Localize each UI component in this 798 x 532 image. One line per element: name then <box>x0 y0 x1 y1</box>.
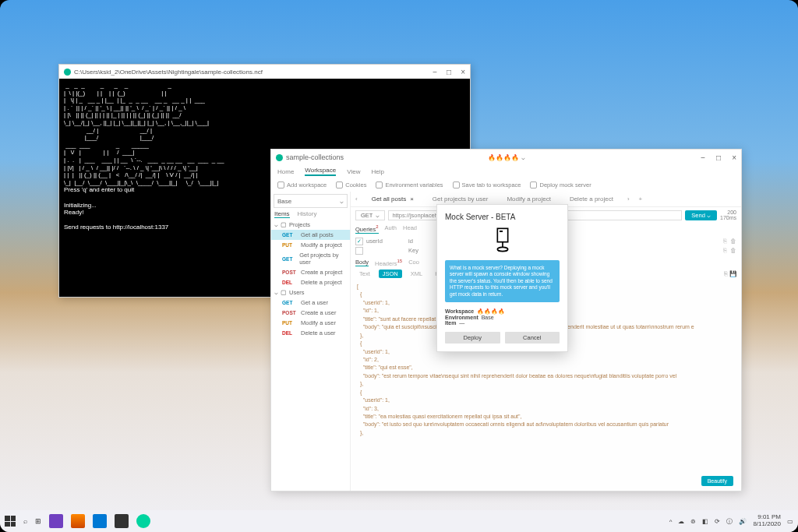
tree-item[interactable]: DELDelete a project <box>271 277 350 287</box>
tray-wifi-icon[interactable]: ⓘ <box>726 517 733 526</box>
method-selector[interactable]: GET⌵ <box>355 210 385 220</box>
request-tree: ⌵▢Projects GETGet all posts PUTModify a … <box>271 218 350 340</box>
deploy-button[interactable]: Deploy <box>445 332 500 344</box>
tab-delete-project[interactable]: Delete a project <box>560 192 623 206</box>
tree-item[interactable]: GETGet all posts <box>271 230 350 240</box>
task-view-icon[interactable]: ⊞ <box>35 517 41 525</box>
save-tab-button[interactable]: Save tab to workspace <box>453 181 521 188</box>
taskbar-app-icon[interactable] <box>93 514 107 528</box>
menu-help[interactable]: Help <box>371 168 383 175</box>
tray-icon[interactable]: ◧ <box>702 518 708 525</box>
minimize-icon[interactable]: − <box>701 153 705 162</box>
globe-icon <box>376 181 383 188</box>
tray-expand-icon[interactable]: ^ <box>669 518 673 525</box>
chevron-down-icon: ⌵ <box>376 212 380 219</box>
chevron-down-icon: ⌵ <box>274 221 278 228</box>
copy-icon[interactable]: ⎘ <box>724 270 728 277</box>
tab-get-all-posts[interactable]: Get all posts× <box>362 192 423 206</box>
system-tray: ^ ☁ ⊚ ◧ ⟳ ⓘ 🔊 9:01 PM 8/11/2020 ▭ <box>669 514 793 528</box>
tree-item[interactable]: POSTCreate a project <box>271 267 350 277</box>
checkbox-icon[interactable] <box>355 247 363 255</box>
taskbar: ⌕ ⊞ ^ ☁ ⊚ ◧ ⟳ ⓘ 🔊 9:01 PM 8/11/2020 ▭ <box>0 510 798 532</box>
cancel-button[interactable]: Cancel <box>505 332 560 344</box>
save-icon[interactable]: 💾 <box>729 270 736 277</box>
tree-folder-projects[interactable]: ⌵▢Projects <box>271 220 350 230</box>
menu-workspace[interactable]: Workspace <box>305 167 336 176</box>
auth-tab[interactable]: Auth <box>385 224 397 234</box>
folder-icon: ▢ <box>281 289 287 296</box>
tree-item[interactable]: DELDelete a user <box>271 328 350 338</box>
tray-volume-icon[interactable]: 🔊 <box>739 518 747 525</box>
chevron-down-icon: ⌵ <box>521 154 525 161</box>
tray-icon[interactable]: ⊚ <box>690 518 696 525</box>
close-icon[interactable]: × <box>732 153 736 162</box>
beautify-button[interactable]: Beautify <box>701 476 733 486</box>
search-icon[interactable]: ⌕ <box>23 517 27 525</box>
sidebar: Base⌵ Items History ⌵▢Projects GETGet al… <box>271 192 351 491</box>
taskbar-app-icon[interactable] <box>136 514 150 528</box>
notifications-icon[interactable]: ▭ <box>787 518 793 525</box>
copy-icon[interactable]: ⎘ <box>723 247 727 254</box>
app-titlebar[interactable]: sample-collections 🔥🔥🔥🔥⌵ − □ × <box>271 150 741 165</box>
close-icon[interactable]: × <box>461 68 465 76</box>
headers-tab[interactable]: Head <box>403 224 417 234</box>
queries-tab[interactable]: Queries2 <box>355 224 379 234</box>
server-icon <box>530 181 537 188</box>
start-button[interactable] <box>5 516 16 527</box>
cookie-icon <box>336 181 343 188</box>
taskbar-app-icon[interactable] <box>115 514 129 528</box>
response-headers-tab[interactable]: Headers15 <box>375 259 402 267</box>
env-selector[interactable]: Base⌵ <box>274 194 348 208</box>
svg-point-3 <box>497 247 507 251</box>
format-text[interactable]: Text <box>355 270 374 278</box>
env-vars-button[interactable]: Environment variables <box>376 181 443 188</box>
workspace-badge[interactable]: 🔥🔥🔥🔥⌵ <box>488 154 525 161</box>
taskbar-app-icon[interactable] <box>71 514 85 528</box>
minimize-icon[interactable]: − <box>433 68 437 76</box>
tray-sync-icon[interactable]: ⟳ <box>715 518 720 525</box>
clock[interactable]: 9:01 PM 8/11/2020 <box>753 514 781 528</box>
send-button[interactable]: Send ⌵ <box>685 210 717 220</box>
app-title-text: sample-collections <box>286 153 344 161</box>
save-icon <box>453 181 460 188</box>
format-json[interactable]: JSON <box>379 270 402 278</box>
add-workspace-button[interactable]: Add workspace <box>277 181 327 188</box>
terminal-app-icon <box>64 69 71 76</box>
dialog-info: What is a mock server? Deploying a mock … <box>445 260 560 302</box>
tree-item[interactable]: GETGet projects by user <box>271 250 350 267</box>
chevron-down-icon: ⌵ <box>340 198 344 205</box>
mock-server-dialog: Mock Server - BETA What is a mock server… <box>436 204 568 352</box>
copy-icon[interactable]: ⎘ <box>723 238 727 245</box>
tree-item[interactable]: POSTCreate a user <box>271 308 350 318</box>
dialog-metadata: Workspace 🔥🔥🔥🔥 Environment Base Item — <box>445 308 560 326</box>
delete-icon[interactable]: 🗑 <box>730 247 736 254</box>
sidebar-tab-items[interactable]: Items <box>274 210 290 218</box>
cookies-tab[interactable]: Coo <box>408 259 419 267</box>
menubar: Home Workspace View Help <box>271 165 741 178</box>
sidebar-tab-history[interactable]: History <box>298 210 317 218</box>
format-xml[interactable]: XML <box>407 270 426 278</box>
chevron-down-icon: ⌵ <box>274 289 278 296</box>
menu-view[interactable]: View <box>347 168 360 175</box>
delete-icon[interactable]: 🗑 <box>730 238 736 245</box>
deploy-mock-button[interactable]: Deploy mock server <box>530 181 591 188</box>
tree-item[interactable]: PUTModify a user <box>271 318 350 328</box>
taskbar-app-icon[interactable] <box>49 514 63 528</box>
maximize-icon[interactable]: □ <box>716 153 721 162</box>
close-icon[interactable]: × <box>410 196 414 203</box>
menu-home[interactable]: Home <box>277 168 294 175</box>
tree-item[interactable]: PUTModify a project <box>271 240 350 250</box>
desktop: C:\Users\ksid_2\OneDrive\Assets\Nighting… <box>0 0 798 532</box>
tab-add-icon[interactable]: + <box>634 196 648 203</box>
checkbox-icon[interactable]: ✓ <box>355 238 363 245</box>
body-tab[interactable]: Body <box>355 259 369 267</box>
terminal-titlebar[interactable]: C:\Users\ksid_2\OneDrive\Assets\Nighting… <box>59 65 470 79</box>
tab-next-icon[interactable]: › <box>623 196 634 203</box>
tray-cloud-icon[interactable]: ☁ <box>678 518 684 525</box>
tree-folder-users[interactable]: ⌵▢Users <box>271 287 350 298</box>
plus-icon <box>277 181 284 188</box>
tab-prev-icon[interactable]: ‹ <box>351 196 362 203</box>
maximize-icon[interactable]: □ <box>447 68 451 76</box>
tree-item[interactable]: GETGet a user <box>271 298 350 308</box>
cookies-button[interactable]: Cookies <box>336 181 366 188</box>
